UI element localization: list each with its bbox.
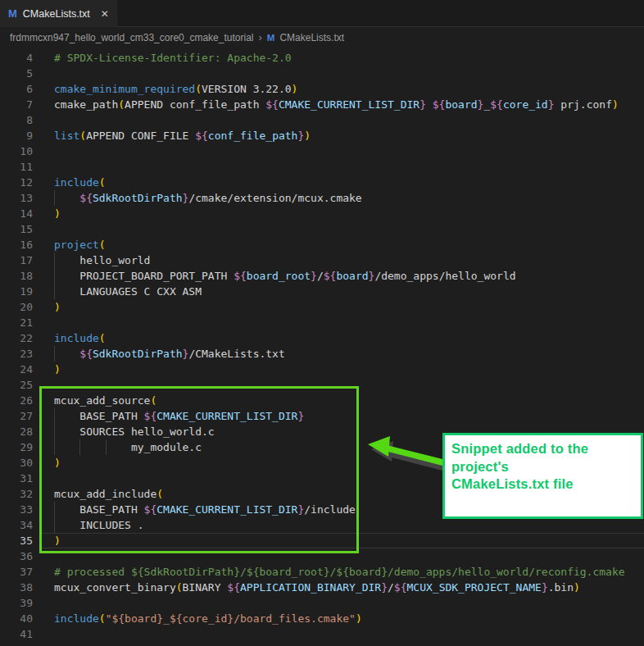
code-line[interactable]: 12include( [0, 175, 644, 190]
close-icon[interactable]: ✕ [101, 8, 109, 20]
code-token: SdkRootDirPath [93, 348, 183, 360]
code-token: board [445, 98, 477, 111]
code-editor[interactable]: 4# SPDX-License-Identifier: Apache-2.056… [0, 48, 644, 642]
code-token: APPEND CONF_FILE [86, 130, 195, 142]
code-line[interactable]: 4# SPDX-License-Identifier: Apache-2.0 [0, 50, 644, 66]
code-text: ) [54, 362, 61, 377]
code-text: project( [54, 237, 106, 252]
line-number: 13 [0, 190, 33, 206]
code-line[interactable]: 39 [0, 595, 644, 611]
code-line[interactable]: 38mcux_convert_binary(BINARY ${APPLICATI… [0, 580, 644, 595]
breadcrumb-folder[interactable]: frdmmcxn947_hello_world_cm33_core0_cmake… [10, 32, 254, 43]
code-token: ${ [433, 98, 446, 111]
code-token: BASE_PATH [54, 410, 144, 422]
code-token: /cmake/extension/mcux.cmake [188, 192, 361, 204]
code-token: PROJECT_BOARD_PORT_PATH [54, 270, 234, 282]
code-text: include("${board}_${core_id}/board_files… [54, 611, 362, 626]
code-token: conf_file_path [208, 130, 298, 142]
code-token: core_id [503, 98, 548, 111]
code-line[interactable]: 20) [0, 299, 644, 315]
code-line[interactable]: 34 INCLUDES . [0, 517, 644, 533]
code-token: BASE_PATH [54, 503, 144, 516]
code-token: } [311, 270, 317, 282]
code-line[interactable]: 24) [0, 362, 644, 377]
code-text: my_module.c [54, 439, 202, 455]
code-token: ) [304, 130, 311, 142]
code-line[interactable]: 36 [0, 548, 644, 564]
line-number: 31 [0, 471, 33, 486]
code-line[interactable]: 31 [0, 471, 644, 486]
code-text: LANGUAGES C CXX ASM [54, 284, 202, 299]
code-token: APPLICATION_BINARY_DIR [240, 581, 381, 594]
code-line[interactable]: 26mcux_add_source( [0, 393, 644, 408]
code-line[interactable]: 25 [0, 377, 644, 393]
code-token: hello_world [54, 254, 150, 266]
line-number: 18 [0, 268, 33, 284]
line-number: 14 [0, 206, 33, 221]
code-token: list [54, 130, 79, 142]
line-number: 35 [0, 533, 33, 548]
code-line[interactable]: 14) [0, 206, 644, 221]
code-line[interactable]: 17 hello_world [0, 252, 644, 268]
code-line[interactable]: 5 [0, 66, 644, 81]
line-number: 4 [0, 50, 33, 66]
code-line[interactable]: 35) [0, 533, 644, 548]
code-token: ( [150, 394, 156, 407]
code-line[interactable]: 33 BASE_PATH ${CMAKE_CURRENT_LIST_DIR}/i… [0, 502, 644, 517]
code-text: list(APPEND CONF_FILE ${conf_file_path}) [54, 128, 311, 143]
code-token [54, 192, 79, 204]
code-token: ${ [144, 410, 157, 422]
code-token: } [420, 98, 426, 111]
code-line[interactable]: 22include( [0, 330, 644, 346]
code-text: BASE_PATH ${CMAKE_CURRENT_LIST_DIR} [54, 408, 304, 424]
code-line[interactable]: 11 [0, 159, 644, 175]
line-number: 23 [0, 346, 33, 362]
code-token: cmake_minimum_required [54, 83, 195, 95]
code-line[interactable]: 13 ${SdkRootDirPath}/cmake/extension/mcu… [0, 190, 644, 206]
code-line[interactable]: 21 [0, 315, 644, 330]
line-number: 39 [0, 595, 33, 611]
code-text: ) [54, 455, 61, 471]
code-line[interactable]: 29 my_module.c [0, 439, 644, 455]
code-line[interactable]: 30) [0, 455, 644, 471]
tab-label: CMakeLists.txt [23, 8, 90, 20]
code-line[interactable]: 23 ${SdkRootDirPath}/CMakeLists.txt [0, 346, 644, 362]
code-token: ( [99, 332, 106, 344]
code-line[interactable]: 7cmake_path(APPEND conf_file_path ${CMAK… [0, 97, 644, 112]
breadcrumb-file[interactable]: CMakeLists.txt [279, 32, 344, 43]
code-line[interactable]: 16project( [0, 237, 644, 252]
code-token: ${ [195, 130, 208, 142]
code-token: ( [99, 176, 106, 189]
code-line[interactable]: 8 [0, 112, 644, 128]
code-line[interactable]: 40include("${board}_${core_id}/board_fil… [0, 611, 644, 626]
code-line[interactable]: 19 LANGUAGES C CXX ASM [0, 284, 644, 299]
code-line[interactable]: 15 [0, 221, 644, 237]
code-line[interactable]: 6cmake_minimum_required(VERSION 3.22.0) [0, 81, 644, 97]
code-token: mcux_add_include [54, 488, 156, 500]
line-number: 7 [0, 97, 33, 112]
code-token: ${ [144, 503, 157, 516]
code-line[interactable]: 27 BASE_PATH ${CMAKE_CURRENT_LIST_DIR} [0, 408, 644, 424]
code-text: ${SdkRootDirPath}/cmake/extension/mcux.c… [54, 190, 362, 206]
code-line[interactable]: 37# processed ${SdkRootDirPath}/${board_… [0, 564, 644, 580]
code-token: board [336, 270, 368, 282]
code-text: SOURCES hello_world.c [54, 424, 215, 439]
code-token: MCUX_SDK_PROJECT_NAME [407, 581, 542, 594]
code-token: # processed ${SdkRootDirPath}/${board_ro… [54, 566, 625, 578]
code-line[interactable]: 32mcux_add_include( [0, 486, 644, 502]
code-line[interactable]: 9list(APPEND CONF_FILE ${conf_file_path}… [0, 128, 644, 143]
code-line[interactable]: 10 [0, 143, 644, 159]
code-token: ${ [234, 270, 247, 282]
tab-strip-empty-area [116, 0, 644, 27]
code-line[interactable]: 28 SOURCES hello_world.c [0, 424, 644, 439]
code-token: CMAKE_CURRENT_LIST_DIR [156, 503, 297, 516]
code-line[interactable]: 18 PROJECT_BOARD_PORT_PATH ${board_root}… [0, 268, 644, 284]
code-token: include [54, 176, 99, 189]
code-token: ) [54, 301, 61, 313]
code-token: APPEND conf_file_path [125, 98, 265, 111]
code-token: ) [54, 457, 61, 469]
code-line[interactable]: 41 [0, 626, 644, 642]
tab-cmakelists[interactable]: M CMakeLists.txt ✕ [0, 0, 116, 27]
code-token: cmake_path [54, 98, 118, 111]
line-number: 25 [0, 377, 33, 393]
